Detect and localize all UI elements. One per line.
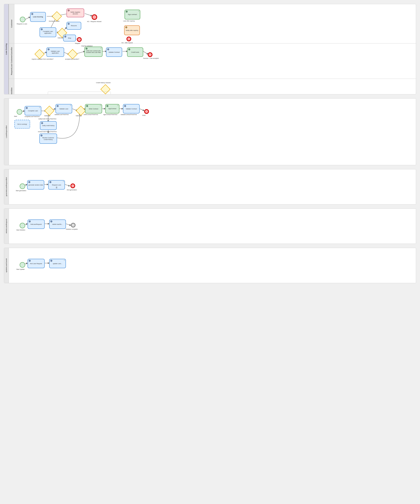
label-validate-time: validateLoanThinkTime xyxy=(55,114,69,115)
gateway4 xyxy=(68,49,78,59)
diagram3-arrows xyxy=(9,169,416,204)
icon-validate-loan2 xyxy=(57,105,59,107)
task-gen-random[interactable]: generate random data xyxy=(27,180,44,190)
task-resume[interactable]: Resume xyxy=(67,22,81,30)
icon-validate-contract2 xyxy=(124,105,126,107)
rl-corner: ↺ xyxy=(63,181,64,182)
sub-panel-label-2: LoanRequestBot xyxy=(4,98,9,165)
task-notify-credit[interactable]: notify credit history xyxy=(40,121,57,130)
task-request-loan-gen[interactable]: Request Loan ||| ↺ xyxy=(48,180,65,190)
task-icon-complete-loan xyxy=(41,28,43,30)
label-success: Success - Loan accepted xyxy=(143,58,159,59)
sub-panel-label-5: updateLoanCaseId xyxy=(4,248,9,283)
task-write-contract2[interactable]: Write Contract ⏱ xyxy=(85,104,102,114)
task-validate-loan2[interactable]: Validate Loan ⏱ xyxy=(55,104,72,114)
write-corner-icon: ↺ xyxy=(100,47,102,49)
diagram3-panel: generateLoanRequestBot Start generation … xyxy=(4,169,416,204)
start-del xyxy=(20,223,25,228)
task-delete-loan[interactable]: delete loanRe... xyxy=(49,219,66,229)
task-notify-negative[interactable]: Notify negative decision xyxy=(67,8,84,17)
pool-label-1: Loan Scoring xyxy=(4,4,9,94)
label-loan-offer-exp: Loan offer expiracy xyxy=(123,20,135,22)
task-complete-loan[interactable]: Complete Loan application xyxy=(40,27,56,37)
subprocess-border xyxy=(48,92,111,94)
svg-line-0 xyxy=(25,17,30,19)
label-ko-refused: KO - Request refused xyxy=(87,21,102,22)
gateway3 xyxy=(35,49,45,59)
task-sign-contract[interactable]: Sign contract ↺ xyxy=(125,10,140,19)
sub-panel-content-2: Start Complete Loan ⏱ completeLoanThinkT… xyxy=(9,98,416,165)
sub-panel-content-5: Start Update find Loan Request update Lo… xyxy=(9,248,416,283)
task-sign-contract2[interactable]: SignContract ⏱ xyxy=(105,104,119,114)
icon-find-loan xyxy=(29,220,31,222)
label-gw3: requires validation from committee? xyxy=(32,58,47,60)
lane-label-committee: Validation Committee xyxy=(9,79,14,94)
task-loan-scoring[interactable]: Loan Scoring xyxy=(30,12,46,22)
task-credit-funds[interactable]: Credit funds xyxy=(127,47,143,57)
icon-sign-contract2 xyxy=(106,105,108,107)
label-gwb: Gateway2 xyxy=(76,115,82,116)
task-icon-validate-loan xyxy=(48,48,49,50)
task-bot-running[interactable]: Bot is running! xyxy=(14,120,30,129)
label-end-gen: End generation xyxy=(67,189,77,191)
lane-label-counsellor: RequestLoan CustomerCancellor xyxy=(9,43,14,79)
label-start-bot: Start xyxy=(14,115,17,117)
task-stop[interactable]: Stop xyxy=(63,35,76,42)
lane-customer: Customer xyxy=(9,4,416,43)
lane-committee: Validation Committee xyxy=(9,79,416,94)
label-gw4: accepted by cancellor? xyxy=(65,58,79,60)
label-signcontract-time: signContractThinkTime xyxy=(103,114,117,115)
task-validate-loan[interactable]: Validate Loan application xyxy=(46,47,64,57)
svg-line-3 xyxy=(85,14,92,16)
task-complete-loan2[interactable]: Complete Loan ⏱ xyxy=(24,106,41,115)
icon-request-loan-gen xyxy=(49,181,51,183)
label-del-complete: Deletion complete xyxy=(66,228,78,230)
lane-content-counsellor: request validated requires validation fr… xyxy=(14,43,416,79)
gateway1 xyxy=(52,12,62,21)
sub-panel-label-3: generateLoanRequestBot xyxy=(4,169,9,204)
icon-gen-random xyxy=(28,181,30,183)
task-icon-write-loan xyxy=(85,48,88,49)
task-validate-contract[interactable]: Validate Contract xyxy=(106,47,122,57)
lane-label-customer: Customer xyxy=(9,4,14,43)
sub-panel-content-3: Start generation generate random data Re… xyxy=(9,169,416,204)
task-icon-notify-neg xyxy=(68,9,70,12)
task-icon-sign-contract xyxy=(126,11,128,12)
diagram5-arrows xyxy=(9,248,416,283)
label-gateway1: Gateway1 xyxy=(58,37,64,39)
lane-content-committee: Credit History Cleared Request Credit Hi… xyxy=(14,79,416,94)
label-end1: End1 xyxy=(142,115,146,116)
label-scoring-favorable: Scoring favorable xyxy=(49,20,59,22)
icon-find-loan2 xyxy=(29,260,31,262)
sign-corner-icon: ↺ xyxy=(138,10,139,12)
label-gwa: Gateway1 xyxy=(44,115,51,116)
icon-review-credit2 xyxy=(41,134,43,137)
svg-line-32 xyxy=(66,224,71,225)
task-icon-stop xyxy=(64,36,66,37)
svg-line-29 xyxy=(65,185,70,186)
diagram4-panel: deleteLoanRequest Start Deletion findLoa… xyxy=(4,209,416,244)
task-icon-loan-scoring xyxy=(31,13,33,15)
sc2-corner: ⏱ xyxy=(117,105,118,106)
icon-write-contract2 xyxy=(86,105,88,107)
end-bot xyxy=(144,109,149,114)
label-request-loan: Request a Loan xyxy=(17,23,27,25)
pool-label-text: Loan Scoring xyxy=(5,43,7,55)
ul-corner: ↺ xyxy=(64,260,65,261)
task-validate-contract2[interactable]: Validate Contract xyxy=(123,104,140,114)
diagram1-panel: Loan Scoring Customer xyxy=(4,4,416,94)
label-completeloan-time: completeLoanThinkTime xyxy=(24,116,40,117)
end-del xyxy=(71,223,76,228)
diagram2-panel: LoanRequestBot xyxy=(4,98,416,165)
task-write-loan[interactable]: Write loan contract with Duration and Lo… xyxy=(84,47,103,57)
page-container: Loan Scoring Customer xyxy=(0,0,420,287)
task-notify-expiry[interactable]: Notify offer expiricy xyxy=(124,25,140,35)
task-find-loan2[interactable]: find Loan Request xyxy=(28,259,45,268)
lane-content-customer: Request a Loan Loan Scoring Scoring favo… xyxy=(14,4,416,43)
task-icon-credit-funds xyxy=(128,48,130,50)
task-icon-resume xyxy=(68,23,70,25)
task-find-loan[interactable]: findLoanRequest xyxy=(28,219,45,229)
label-credit-cleared: Credit History Cleared xyxy=(96,82,110,84)
task-review-credit2[interactable]: Review Customer Credit History xyxy=(39,133,57,144)
task-update-loan[interactable]: update Loan... ↺ xyxy=(49,259,66,268)
